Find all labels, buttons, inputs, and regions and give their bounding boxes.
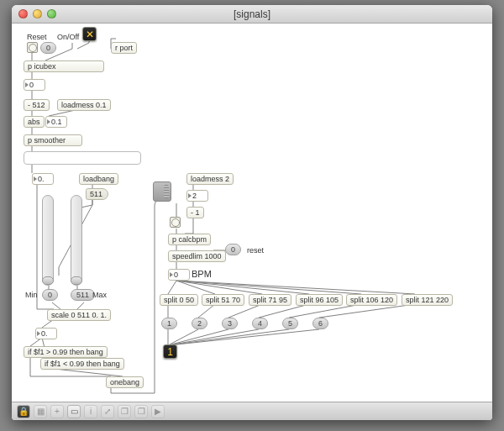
loadmess-01[interactable]: loadmess 0.1: [57, 99, 111, 111]
speedlim[interactable]: speedlim 1000: [168, 250, 226, 262]
presentation-button[interactable]: ▭: [67, 405, 81, 418]
reset-bang[interactable]: [27, 42, 38, 53]
num-b[interactable]: 0.: [32, 173, 54, 185]
scale-object[interactable]: scale 0 511 0. 1.: [47, 309, 111, 321]
reset-comment: reset: [247, 246, 264, 255]
out-pill-3[interactable]: 3: [222, 318, 238, 329]
patch-canvas[interactable]: Reset On/Off 0 ✕ r port p icubex 0 - 512…: [12, 24, 492, 402]
max-label: Max: [92, 291, 107, 299]
slider-min[interactable]: [42, 195, 54, 286]
min-value[interactable]: 0: [42, 289, 58, 301]
max-window: [signals]: [12, 5, 492, 420]
split-2[interactable]: split 71 95: [249, 294, 291, 306]
out-toggle-value: 1: [167, 347, 173, 357]
window-title: [signals]: [12, 8, 492, 20]
bpm-strip: [166, 267, 469, 281]
p-icubex[interactable]: p icubex: [24, 60, 104, 72]
onebang[interactable]: onebang: [106, 376, 144, 388]
patch-wires: [12, 24, 492, 402]
onoff-label: On/Off: [57, 33, 79, 41]
out-pill-6[interactable]: 6: [312, 318, 328, 329]
display-box: [24, 151, 141, 165]
zero-pill[interactable]: 0: [40, 42, 56, 54]
abs-object[interactable]: abs: [24, 116, 45, 128]
if-lt[interactable]: if $f1 < 0.99 then bang: [40, 358, 124, 370]
if-gt[interactable]: if $f1 > 0.99 then bang: [24, 346, 108, 358]
num-a[interactable]: 0: [24, 79, 45, 91]
play-button[interactable]: ▶: [151, 405, 165, 418]
minus-1[interactable]: - 1: [186, 207, 204, 218]
split-1[interactable]: split 51 70: [202, 294, 244, 306]
titlebar[interactable]: [signals]: [12, 5, 492, 24]
out-toggle[interactable]: 1: [163, 344, 177, 359]
num-01[interactable]: 0.1: [45, 116, 67, 128]
min-label: Min: [25, 291, 38, 299]
loadbang[interactable]: loadbang: [79, 173, 118, 185]
bang-right[interactable]: [170, 217, 181, 228]
out-pill-1[interactable]: 1: [161, 318, 177, 329]
num-c[interactable]: 0.: [35, 328, 57, 339]
out-pill-2[interactable]: 2: [192, 318, 207, 329]
bottom-toolbar: 🔒 ▦ + ▭ i ⤢ ❐ ❐ ▶: [12, 402, 492, 420]
p-smoother[interactable]: p smoother: [24, 134, 82, 146]
slider-max[interactable]: [71, 195, 82, 286]
doc-button[interactable]: ❐: [118, 405, 131, 418]
split-0[interactable]: split 0 50: [160, 294, 198, 306]
split-4[interactable]: split 106 120: [346, 294, 397, 306]
max-value[interactable]: 511: [71, 289, 95, 301]
bpm-num[interactable]: 0: [168, 269, 190, 281]
reset-label: Reset: [27, 33, 47, 41]
inspector-button[interactable]: i: [84, 405, 97, 418]
ezdac-panel[interactable]: [153, 181, 171, 202]
lock-button[interactable]: 🔒: [17, 405, 30, 418]
new-object-button[interactable]: ▦: [34, 405, 47, 418]
p-calcbpm[interactable]: p calcbpm: [168, 234, 211, 245]
reset-pill[interactable]: 0: [225, 244, 241, 255]
onoff-toggle[interactable]: ✕: [82, 27, 97, 41]
bpm-label: BPM: [192, 269, 212, 279]
doc2-button[interactable]: ❐: [134, 405, 148, 418]
split-5[interactable]: split 121 220: [402, 294, 453, 306]
out-pill-5[interactable]: 5: [282, 318, 298, 329]
msg-511[interactable]: 511: [86, 188, 108, 200]
loadmess-2[interactable]: loadmess 2: [186, 173, 234, 185]
out-pill-4[interactable]: 4: [252, 318, 268, 329]
zoom-button[interactable]: ⤢: [101, 405, 114, 418]
num-2[interactable]: 2: [186, 190, 208, 202]
split-3[interactable]: split 96 105: [296, 294, 343, 306]
r-port-object[interactable]: r port: [111, 42, 137, 54]
new-message-button[interactable]: +: [50, 405, 64, 418]
minus-512[interactable]: - 512: [24, 99, 50, 111]
